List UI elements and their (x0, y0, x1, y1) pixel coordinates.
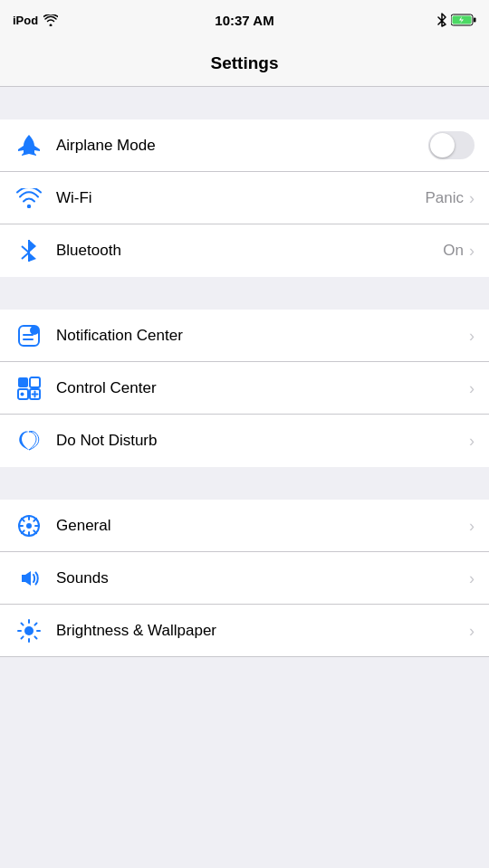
svg-rect-14 (30, 377, 40, 387)
row-do-not-disturb[interactable]: Do Not Disturb › (0, 415, 489, 467)
wifi-status-icon (43, 14, 58, 26)
do-not-disturb-icon (14, 426, 43, 455)
status-time: 10:37 AM (215, 13, 273, 28)
dnd-chevron: › (469, 433, 475, 449)
carrier-label: iPod (13, 14, 38, 27)
brightness-icon (14, 616, 43, 645)
bluetooth-value: On (443, 242, 464, 260)
svg-line-25 (22, 623, 24, 625)
bluetooth-status-icon (437, 13, 446, 27)
airplane-icon (14, 131, 43, 160)
general-icon (14, 511, 43, 540)
row-wifi[interactable]: Wi-Fi Panic › (0, 172, 489, 224)
notification-chevron: › (469, 328, 475, 344)
section-gap-3 (0, 467, 489, 500)
battery-status-icon (451, 14, 476, 26)
brightness-chevron: › (469, 623, 475, 639)
toggle-knob (430, 133, 455, 157)
nav-bar-title: Settings (211, 53, 279, 73)
svg-line-26 (34, 636, 36, 638)
wifi-label: Wi-Fi (56, 189, 425, 207)
sounds-chevron: › (469, 570, 475, 587)
svg-point-3 (27, 204, 31, 207)
notification-center-icon (14, 321, 43, 350)
wifi-icon (14, 184, 43, 213)
control-center-icon (14, 374, 43, 403)
svg-point-19 (26, 523, 32, 529)
svg-line-28 (22, 636, 24, 638)
section-connectivity: Airplane Mode Wi-Fi Panic › (0, 119, 489, 277)
row-notification-center[interactable]: Notification Center › (0, 310, 489, 362)
nav-bar: Settings (0, 40, 489, 87)
control-center-label: Control Center (56, 379, 469, 397)
svg-line-6 (22, 253, 29, 259)
do-not-disturb-label: Do Not Disturb (56, 432, 469, 450)
row-sounds[interactable]: Sounds › (0, 552, 489, 605)
notification-center-label: Notification Center (56, 327, 469, 345)
section-gap-2 (0, 277, 489, 310)
svg-rect-2 (474, 18, 476, 23)
section-device: General › Sounds › (0, 500, 489, 657)
control-chevron: › (469, 380, 475, 396)
airplane-mode-label: Airplane Mode (56, 137, 428, 155)
status-bar: iPod 10:37 AM (0, 0, 489, 40)
general-chevron: › (469, 518, 475, 534)
svg-line-5 (22, 246, 29, 253)
status-left: iPod (13, 14, 58, 27)
row-bluetooth[interactable]: Bluetooth On › (0, 224, 489, 277)
section-system: Notification Center › Control Center › (0, 310, 489, 467)
sounds-icon (14, 564, 43, 593)
general-label: General (56, 517, 469, 535)
wifi-value: Panic (425, 189, 464, 207)
sounds-label: Sounds (56, 569, 469, 587)
svg-rect-11 (18, 377, 28, 387)
row-control-center[interactable]: Control Center › (0, 362, 489, 415)
bluetooth-chevron: › (469, 243, 475, 259)
wifi-chevron: › (469, 190, 475, 206)
bluetooth-label: Bluetooth (56, 242, 443, 260)
svg-line-27 (34, 623, 36, 625)
row-airplane-mode[interactable]: Airplane Mode (0, 119, 489, 172)
row-general[interactable]: General › (0, 500, 489, 552)
airplane-mode-toggle[interactable] (428, 131, 475, 159)
svg-point-13 (21, 392, 24, 396)
row-brightness-wallpaper[interactable]: Brightness & Wallpaper › (0, 605, 489, 657)
svg-point-8 (30, 326, 39, 335)
brightness-wallpaper-label: Brightness & Wallpaper (56, 622, 469, 640)
svg-point-20 (24, 626, 34, 635)
status-right (437, 13, 476, 27)
section-gap-top (0, 87, 489, 119)
bluetooth-icon (14, 236, 43, 265)
